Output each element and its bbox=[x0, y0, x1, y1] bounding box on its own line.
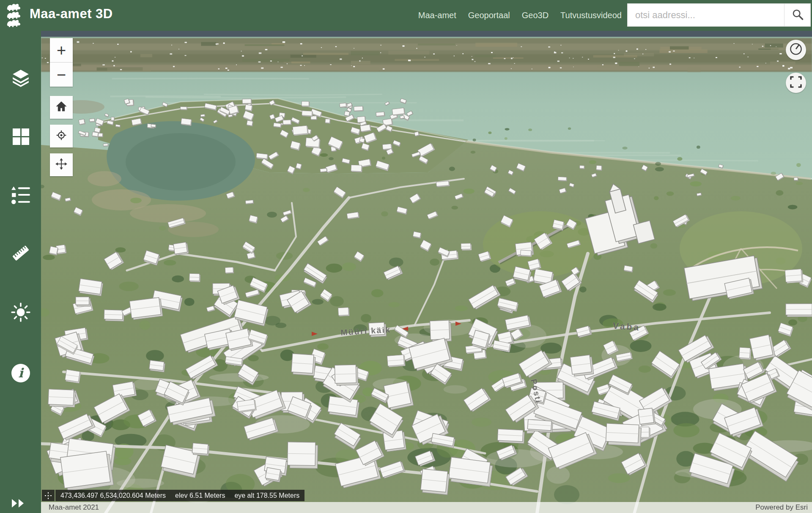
nav-link-maa-amet[interactable]: Maa-amet bbox=[418, 11, 456, 20]
sun-icon bbox=[11, 303, 30, 324]
sidebar-item-basemap[interactable] bbox=[0, 126, 41, 148]
double-arrow-icon bbox=[10, 498, 27, 510]
address-search bbox=[627, 3, 811, 27]
clock-icon bbox=[788, 41, 804, 58]
pan-button[interactable] bbox=[50, 153, 73, 176]
locate-button[interactable] bbox=[50, 125, 73, 147]
lion-1 bbox=[7, 4, 20, 11]
sidebar-item-daylight[interactable] bbox=[0, 302, 41, 324]
coordinate-readout: 473,436.497 6,534,020.604 Meters elev 6.… bbox=[42, 490, 304, 501]
home-button[interactable] bbox=[50, 96, 73, 119]
sidebar-toolbar: i bbox=[0, 31, 41, 513]
nav-link-geoportaal[interactable]: Geoportaal bbox=[468, 11, 510, 20]
coordinates-value: 473,436.497 6,534,020.604 Meters bbox=[60, 492, 166, 499]
lion-3 bbox=[7, 20, 20, 27]
eye-altitude-value: eye alt 178.55 Meters bbox=[234, 492, 299, 499]
status-bar: 473,436.497 6,534,020.604 Meters elev 6.… bbox=[55, 490, 304, 501]
basemap-grid-icon bbox=[11, 127, 30, 147]
main-nav: Maa-amet Geoportaal Geo3D Tutvustusvideo… bbox=[418, 0, 622, 31]
sidebar-expand-button[interactable] bbox=[10, 498, 32, 510]
street-label-vaba: Vaba bbox=[612, 321, 641, 333]
sidebar-item-legend[interactable] bbox=[0, 185, 41, 207]
crosshair-coords-button[interactable] bbox=[42, 490, 55, 501]
search-button[interactable] bbox=[784, 4, 810, 26]
pan-arrows-icon bbox=[54, 157, 69, 173]
far-shore bbox=[41, 38, 812, 72]
attribution-strip: Maa-amet 2021 Powered by Esri bbox=[41, 502, 812, 513]
page-title: Maa-amet 3D bbox=[30, 6, 113, 22]
ruler-icon bbox=[10, 243, 31, 265]
search-icon bbox=[790, 7, 805, 23]
zoom-controls: + − bbox=[50, 38, 73, 87]
fullscreen-icon bbox=[789, 75, 803, 90]
search-input[interactable] bbox=[628, 4, 784, 26]
attribution-left: Maa-amet 2021 bbox=[49, 503, 99, 512]
locate-icon bbox=[54, 128, 69, 144]
layers-icon bbox=[11, 69, 30, 90]
sidebar-item-info[interactable]: i bbox=[0, 363, 41, 385]
map-canvas bbox=[41, 31, 812, 513]
zoom-out-button[interactable]: − bbox=[50, 63, 73, 87]
attribution-right: Powered by Esri bbox=[755, 503, 808, 512]
daylight-clock-button[interactable] bbox=[786, 40, 806, 60]
elevation-value: elev 6.51 Meters bbox=[175, 492, 225, 499]
lake-deep bbox=[126, 133, 236, 191]
header-bar: Maa-amet 3D Maa-amet Geoportaal Geo3D Tu… bbox=[0, 0, 812, 31]
estonian-coat-of-arms-logo bbox=[5, 3, 25, 27]
nav-link-tutvustusvideod[interactable]: Tutvustusvideod bbox=[560, 11, 622, 20]
sidebar-item-measure[interactable] bbox=[0, 243, 41, 265]
nav-link-geo3d[interactable]: Geo3D bbox=[522, 11, 549, 20]
home-icon bbox=[54, 99, 69, 115]
zoom-in-button[interactable]: + bbox=[50, 38, 73, 62]
lion-2 bbox=[7, 12, 20, 19]
sidebar-item-layers[interactable] bbox=[0, 68, 41, 90]
legend-list-icon bbox=[11, 185, 30, 206]
maa-amet-3d-app: Maa-amet 3D Maa-amet Geoportaal Geo3D Tu… bbox=[0, 0, 812, 513]
info-icon: i bbox=[11, 363, 31, 385]
fullscreen-button[interactable] bbox=[786, 73, 806, 93]
map-3d-scene[interactable]: Müüri käik Posti Vaba + − bbox=[41, 31, 812, 513]
